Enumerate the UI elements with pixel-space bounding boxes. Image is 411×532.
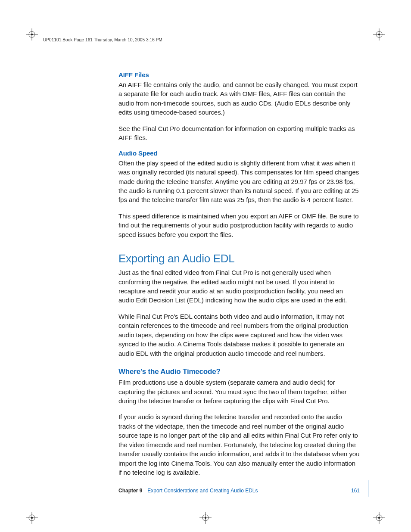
svg-point-11 xyxy=(31,517,33,519)
heading-exporting-audio-edl: Exporting an Audio EDL xyxy=(118,252,360,265)
footer-page-number: 161 xyxy=(351,488,360,494)
paragraph: Often the play speed of the edited audio… xyxy=(118,159,360,205)
page-footer: Chapter 9 Export Considerations and Crea… xyxy=(118,488,360,494)
crop-mark-icon xyxy=(199,512,212,524)
heading-aiff-files: AIFF Files xyxy=(118,71,360,78)
page-body: AIFF Files An AIFF file contains only th… xyxy=(118,71,360,484)
footer-divider xyxy=(368,480,368,497)
paragraph: An AIFF file contains only the audio, an… xyxy=(118,80,360,117)
svg-point-19 xyxy=(378,517,380,519)
crop-mark-icon xyxy=(373,512,385,524)
svg-point-15 xyxy=(205,517,206,519)
svg-point-3 xyxy=(31,34,33,35)
running-header: UP01101.Book Page 161 Thursday, March 10… xyxy=(43,37,162,42)
footer-chapter-title: Export Considerations and Creating Audio… xyxy=(147,488,258,494)
paragraph: Just as the final edited video from Fina… xyxy=(118,268,360,305)
paragraph: Film productions use a double system (se… xyxy=(118,378,360,405)
heading-wheres-audio-timecode: Where's the Audio Timecode? xyxy=(118,367,360,376)
paragraph: See the Final Cut Pro documentation for … xyxy=(118,124,360,143)
paragraph: This speed difference is maintained when… xyxy=(118,212,360,239)
paragraph: While Final Cut Pro's EDL contains both … xyxy=(118,312,360,358)
footer-chapter: Chapter 9 xyxy=(118,488,142,494)
heading-audio-speed: Audio Speed xyxy=(118,149,360,157)
paragraph: If your audio is synced during the telec… xyxy=(118,412,360,477)
svg-point-7 xyxy=(378,34,380,35)
crop-mark-icon xyxy=(26,28,38,40)
crop-mark-icon xyxy=(26,512,38,524)
crop-mark-icon xyxy=(373,28,385,40)
